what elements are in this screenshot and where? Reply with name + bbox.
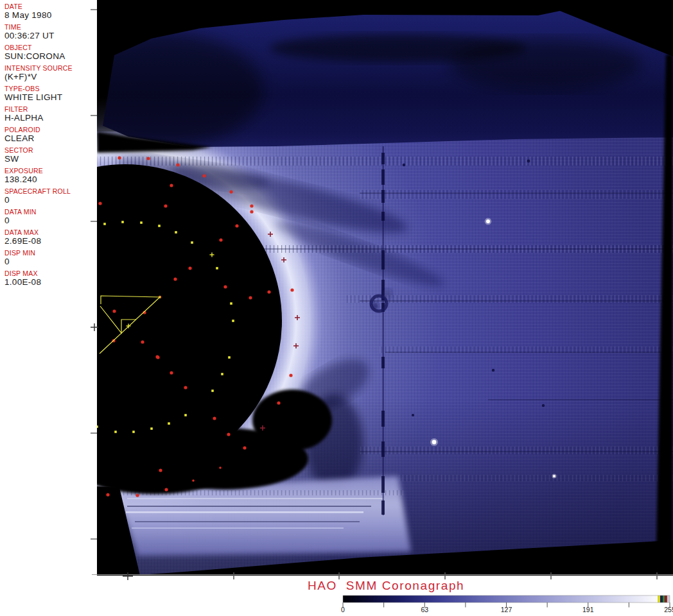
red-dot (213, 416, 216, 420)
metadata-label: EXPOSURE (4, 167, 96, 175)
metadata-value: (K+F)*V (4, 72, 96, 82)
red-dot (164, 488, 168, 491)
metadata-label: OBJECT (4, 44, 96, 51)
metadata-sidebar: DATE8 May 1980TIME00:36:27 UTOBJECTSUN:C… (4, 3, 96, 290)
red-dot (176, 163, 179, 166)
metadata-value: 8 May 1980 (4, 10, 96, 21)
red-dot (202, 174, 205, 177)
yellow-dot (150, 427, 153, 430)
metadata-value: H-ALPHA (4, 113, 96, 123)
red-dot (219, 238, 222, 241)
yellow-dot (232, 320, 234, 322)
yellow-dot (228, 356, 231, 359)
metadata-label: DISP MAX (4, 270, 96, 277)
yellow-dot (103, 223, 106, 225)
red-dot (141, 340, 144, 343)
red-dot (243, 446, 246, 449)
yellow-dot (191, 241, 193, 244)
metadata-label: SPACECRAFT ROLL (4, 187, 96, 195)
yellow-dot (184, 414, 187, 416)
red-dot (159, 468, 162, 472)
red-dot (277, 401, 280, 404)
red-dot (188, 266, 191, 270)
red-dot (250, 204, 253, 207)
red-dot (98, 201, 101, 205)
yellow-dot (158, 225, 161, 227)
red-dot (135, 493, 139, 497)
metadata-field: DATA MAX2.69E-08 (4, 228, 96, 249)
metadata-value: SUN:CORONA (4, 51, 96, 62)
coronagraph-image (0, 0, 673, 616)
metadata-field: INTENSITY SOURCE(K+F)*V (4, 64, 96, 85)
red-dot (106, 493, 109, 496)
red-dot (170, 184, 173, 187)
metadata-field: OBJECTSUN:CORONA (4, 44, 96, 64)
red-dot (112, 309, 116, 312)
red-dot (250, 210, 253, 213)
metadata-label: TYPE-OBS (4, 85, 96, 92)
star (553, 475, 555, 477)
yellow-dot (96, 425, 98, 428)
colorbar-tick-label: 127 (501, 606, 512, 613)
red-dot (192, 479, 195, 482)
metadata-value: SW (4, 154, 96, 164)
red-dot (219, 466, 222, 469)
yellow-dot (114, 431, 117, 433)
metadata-value: WHITE LIGHT (4, 92, 96, 103)
yellow-dot (140, 221, 143, 224)
colorbar-tick-label: 63 (421, 606, 428, 613)
metadata-label: DISP MIN (4, 249, 96, 257)
metadata-value: 00:36:27 UT (4, 31, 96, 41)
metadata-value: CLEAR (4, 133, 96, 144)
colorbar-tick-label: 255 (664, 606, 673, 613)
red-dot (267, 290, 270, 293)
image-title: HAO SMM Coronagraph (308, 579, 464, 593)
star (486, 219, 490, 223)
red-dot (290, 288, 293, 291)
red-dot (227, 432, 230, 436)
yellow-dot (216, 267, 218, 270)
metadata-field: DATA MIN0 (4, 208, 96, 228)
red-dot (170, 371, 173, 374)
red-dot (155, 355, 159, 358)
metadata-field: SPACECRAFT ROLL0 (4, 187, 96, 208)
red-dot (235, 224, 238, 227)
smm-coronagraph-viewer: DATE8 May 1980TIME00:36:27 UTOBJECTSUN:C… (0, 0, 673, 616)
metadata-field: TIME00:36:27 UT (4, 23, 96, 44)
metadata-label: DATA MAX (4, 228, 96, 236)
metadata-field: EXPOSURE138.240 (4, 167, 96, 187)
metadata-label: POLAROID (4, 126, 96, 133)
yellow-dot (132, 431, 135, 433)
red-dot (146, 157, 150, 160)
metadata-field: DATE8 May 1980 (4, 3, 96, 23)
metadata-value: 2.69E-08 (4, 236, 96, 246)
red-dot (249, 296, 252, 299)
metadata-field: DISP MIN0 (4, 249, 96, 270)
metadata-label: TIME (4, 23, 96, 31)
yellow-dot (175, 231, 177, 234)
star (432, 440, 437, 445)
red-dot (289, 373, 292, 377)
metadata-label: DATE (4, 3, 96, 10)
red-dot (223, 285, 227, 288)
colorbar-tick-label: 0 (341, 606, 345, 613)
metadata-field: DISP MAX1.00E-08 (4, 270, 96, 290)
metadata-value: 138.240 (4, 175, 96, 185)
yellow-dot (230, 302, 232, 305)
red-dot (229, 190, 232, 193)
metadata-value: 0 (4, 257, 96, 267)
red-dot (173, 277, 177, 280)
metadata-value: 1.00E-08 (4, 277, 96, 287)
red-dot (184, 386, 187, 389)
red-dot (164, 204, 167, 207)
yellow-dot (221, 373, 223, 375)
metadata-value: 0 (4, 216, 96, 226)
metadata-field: FILTERH-ALPHA (4, 105, 96, 126)
yellow-dot (211, 389, 214, 392)
metadata-label: INTENSITY SOURCE (4, 64, 96, 72)
metadata-label: DATA MIN (4, 208, 96, 216)
metadata-label: FILTER (4, 105, 96, 113)
metadata-field: SECTORSW (4, 146, 96, 167)
yellow-dot (168, 422, 170, 425)
metadata-field: TYPE-OBSWHITE LIGHT (4, 85, 96, 105)
